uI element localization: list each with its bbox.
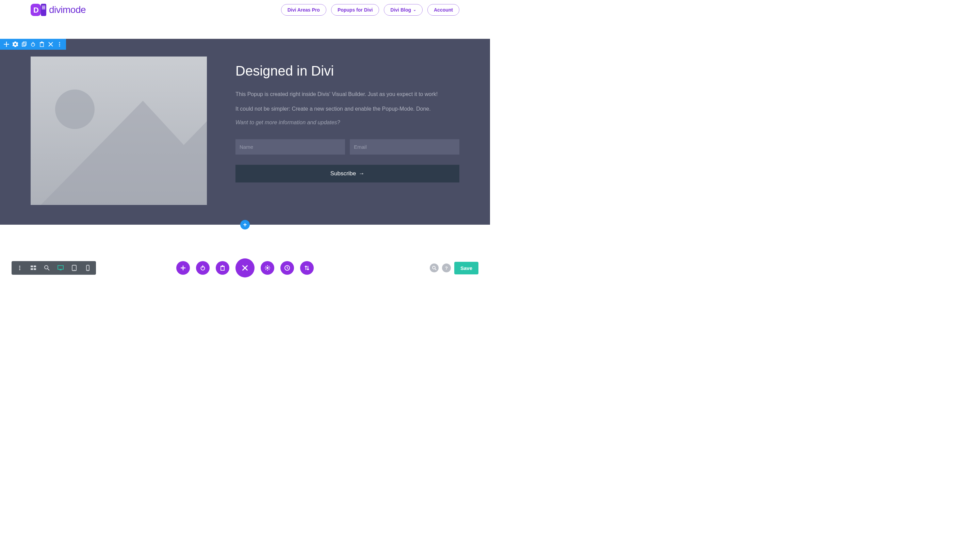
builder-section-wrap: Designed in Divi This Popup is created r… bbox=[0, 39, 490, 225]
more-icon[interactable] bbox=[55, 39, 64, 50]
logo[interactable]: D divimode bbox=[31, 4, 86, 16]
power-button[interactable] bbox=[196, 261, 210, 275]
builder-bottom-bar: ? Save bbox=[0, 261, 490, 275]
image-column bbox=[31, 56, 207, 205]
view-toolbar bbox=[12, 261, 96, 275]
optin-form-row bbox=[236, 139, 459, 155]
svg-rect-20 bbox=[31, 266, 33, 267]
svg-point-19 bbox=[19, 269, 20, 270]
portability-button[interactable] bbox=[300, 261, 314, 275]
site-header: D divimode Divi Areas Pro Popups for Div… bbox=[0, 0, 490, 20]
duplicate-icon[interactable] bbox=[20, 39, 28, 50]
zoom-icon[interactable] bbox=[40, 261, 54, 275]
svg-rect-36 bbox=[222, 265, 223, 266]
svg-rect-12 bbox=[41, 41, 43, 42]
tablet-view-icon[interactable] bbox=[68, 261, 81, 275]
phone-view-icon[interactable] bbox=[81, 261, 95, 275]
svg-point-29 bbox=[74, 270, 74, 270]
svg-point-17 bbox=[19, 266, 20, 267]
move-icon[interactable] bbox=[2, 39, 11, 50]
power-icon[interactable] bbox=[28, 39, 38, 50]
svg-line-25 bbox=[48, 269, 49, 270]
text-column: Designed in Divi This Popup is created r… bbox=[236, 56, 459, 205]
trash-button[interactable] bbox=[216, 261, 229, 275]
svg-rect-6 bbox=[22, 43, 25, 46]
svg-point-15 bbox=[59, 45, 60, 46]
image-placeholder[interactable] bbox=[31, 56, 207, 205]
nav-divi-areas-pro[interactable]: Divi Areas Pro bbox=[281, 4, 326, 16]
svg-rect-22 bbox=[31, 268, 33, 270]
email-input[interactable] bbox=[350, 139, 459, 155]
svg-rect-11 bbox=[40, 42, 44, 43]
svg-rect-33 bbox=[203, 265, 203, 268]
name-input[interactable] bbox=[236, 139, 345, 155]
logo-text: divimode bbox=[49, 5, 86, 15]
svg-rect-21 bbox=[34, 266, 36, 267]
gear-icon[interactable] bbox=[11, 39, 20, 50]
svg-point-16 bbox=[55, 89, 95, 129]
help-icon[interactable]: ? bbox=[442, 263, 451, 272]
popup-section[interactable]: Designed in Divi This Popup is created r… bbox=[0, 39, 490, 225]
wireframe-icon[interactable] bbox=[26, 261, 40, 275]
paragraph-1: This Popup is created right inside Divis… bbox=[236, 90, 459, 99]
svg-point-13 bbox=[59, 42, 60, 43]
svg-rect-2 bbox=[41, 4, 46, 16]
svg-rect-23 bbox=[34, 268, 36, 270]
svg-rect-26 bbox=[58, 266, 63, 269]
logo-icon: D bbox=[31, 4, 46, 16]
search-help-icon[interactable] bbox=[430, 263, 439, 272]
right-actions: ? Save bbox=[430, 262, 478, 275]
svg-rect-35 bbox=[221, 266, 224, 266]
settings-button[interactable] bbox=[261, 261, 274, 275]
heading: Designed in Divi bbox=[236, 63, 459, 79]
svg-point-39 bbox=[432, 266, 435, 269]
svg-line-40 bbox=[435, 269, 436, 270]
svg-rect-27 bbox=[59, 270, 62, 270]
svg-point-14 bbox=[59, 44, 60, 45]
subscribe-label: Subscribe bbox=[330, 170, 356, 177]
nav-divi-blog[interactable]: Divi Blog⌄ bbox=[384, 4, 422, 16]
trash-icon[interactable] bbox=[38, 39, 46, 50]
section-toolbar bbox=[0, 39, 66, 50]
add-section-button[interactable]: + bbox=[240, 220, 250, 230]
menu-dots-icon[interactable] bbox=[13, 261, 26, 275]
svg-point-18 bbox=[19, 267, 20, 269]
paragraph-italic: Want to get more information and updates… bbox=[236, 119, 459, 126]
svg-rect-34 bbox=[221, 266, 224, 270]
svg-rect-9 bbox=[33, 42, 33, 44]
close-icon[interactable] bbox=[46, 39, 55, 50]
svg-point-24 bbox=[45, 266, 48, 269]
nav-account[interactable]: Account bbox=[427, 4, 459, 16]
svg-rect-10 bbox=[40, 43, 44, 46]
history-button[interactable] bbox=[280, 261, 294, 275]
svg-rect-3 bbox=[42, 6, 45, 7]
arrow-right-icon: → bbox=[359, 170, 365, 177]
svg-point-31 bbox=[87, 270, 88, 270]
svg-rect-4 bbox=[42, 7, 45, 8]
add-button[interactable] bbox=[176, 261, 190, 275]
desktop-view-icon[interactable] bbox=[54, 261, 68, 275]
subscribe-button[interactable]: Subscribe → bbox=[236, 165, 459, 182]
svg-point-37 bbox=[266, 267, 269, 269]
paragraph-2: It could not be simpler: Create a new se… bbox=[236, 105, 459, 113]
close-builder-button[interactable] bbox=[236, 258, 254, 278]
main-nav: Divi Areas Pro Popups for Divi Divi Blog… bbox=[281, 4, 459, 16]
svg-rect-5 bbox=[42, 8, 45, 9]
save-button[interactable]: Save bbox=[454, 262, 478, 275]
svg-text:D: D bbox=[33, 6, 39, 14]
nav-popups-for-divi[interactable]: Popups for Divi bbox=[331, 4, 379, 16]
builder-actions bbox=[176, 258, 314, 278]
chevron-down-icon: ⌄ bbox=[413, 8, 416, 12]
svg-rect-7 bbox=[23, 42, 26, 45]
